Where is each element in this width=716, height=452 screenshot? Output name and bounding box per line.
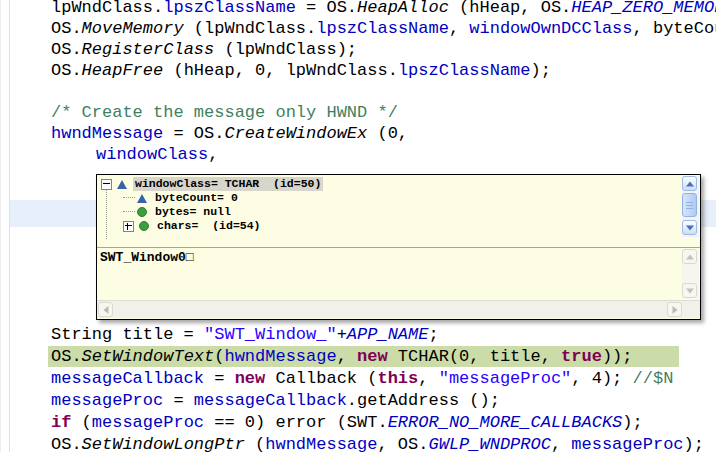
code-token: , 4); <box>571 369 632 388</box>
code-token: ( <box>71 413 91 432</box>
code-token: messageCallback <box>194 391 347 410</box>
code-token: OS. <box>51 347 82 366</box>
code-token: messageProc <box>92 413 204 432</box>
code-token: ; <box>428 325 438 344</box>
code-line[interactable]: String title = "SWT_Window_"+APP_NAME; <box>1 324 716 346</box>
variable-tree-row[interactable]: bytes= null <box>97 205 682 219</box>
code-token: ); <box>684 435 704 452</box>
code-token: if <box>51 413 71 432</box>
tree-vertical-scrollbar[interactable] <box>682 176 699 237</box>
variable-tree-pane[interactable]: windowClass= TCHAR (id=50)byteCount= 0by… <box>97 175 700 247</box>
code-token: = <box>163 391 194 410</box>
tree-connector <box>123 197 135 199</box>
code-token: + <box>337 325 347 344</box>
code-token: == 0) error (SWT. <box>204 413 388 432</box>
code-line[interactable]: messageCallback = new Callback (this, "m… <box>1 368 716 390</box>
arrow-up-icon <box>686 181 694 186</box>
arrow-down-icon <box>686 288 694 293</box>
code-token: messageProc <box>571 435 683 452</box>
code-token: lpszClassName <box>316 19 449 38</box>
code-token: (lpWndClass); <box>214 40 357 59</box>
code-token: new <box>357 347 388 366</box>
code-line[interactable]: messageProc = messageCallback.getAddress… <box>1 390 716 412</box>
variable-tree-row[interactable]: chars= (id=54) <box>97 219 682 233</box>
arrow-right-icon <box>672 306 677 314</box>
code-token: HEAP_ZERO_MEMORY <box>571 0 716 17</box>
code-token: GWLP_WNDPROC <box>428 435 550 452</box>
code-line[interactable]: OS.SetWindowText(hwndMessage, new TCHAR(… <box>1 346 716 368</box>
variable-inspect-tooltip: windowClass= TCHAR (id=50)byteCount= 0by… <box>96 174 701 320</box>
tree-connector <box>123 211 135 213</box>
code-token: true <box>561 347 602 366</box>
variable-label: chars= (id=54) <box>155 219 263 233</box>
field-circle-icon <box>139 221 149 231</box>
code-token: lpWndClass. <box>51 0 163 17</box>
code-token: , byteCount); <box>633 19 716 38</box>
code-token: lpszClassName <box>163 0 296 17</box>
code-line[interactable]: hwndMessage = OS.CreateWindowEx (0, <box>1 123 716 144</box>
code-line[interactable]: OS.MoveMemory (lpWndClass.lpszClassName,… <box>1 18 716 39</box>
code-token: HeapFree <box>82 61 164 80</box>
code-token: //$N <box>633 369 674 388</box>
code-line[interactable]: lpWndClass.lpszClassName = OS.HeapAlloc … <box>1 0 716 18</box>
variable-tree-row[interactable]: byteCount= 0 <box>97 191 682 205</box>
code-token: HeapAlloc <box>357 0 449 17</box>
code-line[interactable]: OS.HeapFree (hHeap, 0, lpWndClass.lpszCl… <box>1 60 716 81</box>
debug-current-line-highlight: OS.SetWindowText(hwndMessage, new TCHAR(… <box>48 346 679 367</box>
code-token: hwndMessage <box>265 435 377 452</box>
code-token: ( <box>214 347 224 366</box>
code-token: OS. <box>51 61 82 80</box>
code-token: new <box>235 369 266 388</box>
expand-icon[interactable] <box>123 221 134 232</box>
code-token: ); <box>622 413 642 432</box>
code-token: TCHAR(0, title, <box>388 347 561 366</box>
code-token: SetWindowText <box>82 347 215 366</box>
code-token: (lpWndClass. <box>184 19 317 38</box>
code-token: String title = <box>51 325 204 344</box>
code-token: = OS. <box>296 0 357 17</box>
scroll-left-button[interactable] <box>98 302 113 317</box>
code-line[interactable]: OS.RegisterClass (lpWndClass); <box>1 39 716 60</box>
code-token: messageProc <box>51 391 163 410</box>
scrollbar-thumb[interactable] <box>682 193 697 217</box>
editor-code-area-top[interactable]: lpWndClass.lpszClassName = OS.HeapAlloc … <box>1 0 716 165</box>
code-token: "messageProc" <box>439 369 572 388</box>
code-line[interactable]: windowClass, <box>1 144 716 165</box>
code-token: ERROR_NO_MORE_CALLBACKS <box>388 413 623 432</box>
code-token: /* Create the message only HWND */ <box>51 103 398 122</box>
code-token: hwndMessage <box>224 347 336 366</box>
variable-label: byteCount= 0 <box>153 191 240 205</box>
code-line[interactable]: /* Create the message only HWND */ <box>1 102 716 123</box>
scroll-up-button[interactable] <box>682 176 697 191</box>
field-circle-icon <box>137 207 147 217</box>
editor-code-area-bottom[interactable]: String title = "SWT_Window_"+APP_NAME;OS… <box>1 324 716 452</box>
collapse-icon[interactable] <box>101 179 112 190</box>
code-token: , OS. <box>377 435 428 452</box>
scroll-down-button[interactable] <box>682 220 697 235</box>
code-token: messageCallback <box>51 369 204 388</box>
code-token: (0, <box>367 124 408 143</box>
scroll-right-button[interactable] <box>667 302 682 317</box>
variable-label: bytes= null <box>153 205 233 219</box>
code-token: Callback ( <box>265 369 377 388</box>
detail-vertical-scrollbar[interactable] <box>682 249 699 299</box>
variable-tree-row[interactable]: windowClass= TCHAR (id=50) <box>97 177 682 191</box>
code-token: , <box>337 347 357 366</box>
code-token: windowOwnDCClass <box>469 19 632 38</box>
code-token: (hHeap, 0, lpWndClass. <box>163 61 398 80</box>
code-token: OS. <box>51 19 82 38</box>
code-token: CreateWindowEx <box>224 124 367 143</box>
code-token: SetWindowLongPtr <box>82 435 245 452</box>
code-token: windowClass <box>96 145 208 164</box>
arrow-down-icon <box>686 225 694 230</box>
variable-detail-pane[interactable]: SWT_Window0□ <box>97 247 700 301</box>
null-char-glyph: □ <box>186 250 194 265</box>
field-triangle-icon <box>137 194 147 203</box>
code-line[interactable]: if (messageProc == 0) error (SWT.ERROR_N… <box>1 412 716 434</box>
detail-horizontal-scrollbar[interactable] <box>97 300 700 318</box>
detail-string: SWT_Window0 <box>100 250 186 265</box>
code-token: this <box>377 369 418 388</box>
code-token: = <box>204 369 235 388</box>
code-line[interactable] <box>1 81 716 102</box>
code-line[interactable]: OS.SetWindowLongPtr (hwndMessage, OS.GWL… <box>1 434 716 452</box>
